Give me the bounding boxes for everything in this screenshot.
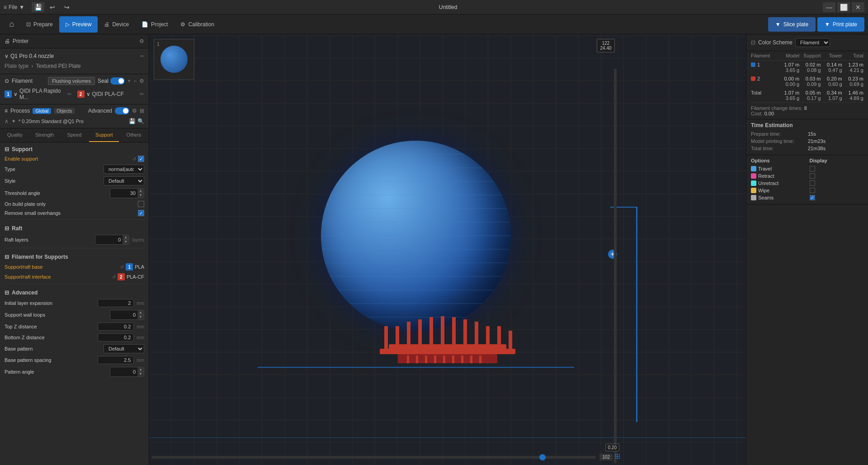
file-icon: ≡ [4,4,7,10]
calibration-button[interactable]: ⚙ Calibration [174,16,220,33]
process-settings-icon[interactable]: ⚙ [132,108,137,114]
support-wall-loops-label: Support wall loops [5,312,108,318]
filament-1-name[interactable]: QIDI PLA Rapido M... [19,88,66,100]
map-layers-icon[interactable]: ⊞ [614,452,620,460]
remove-filament-icon[interactable]: − [133,78,137,84]
filament-supports-title: ⊟ Filament for Supports [5,250,144,262]
enable-support-checkbox[interactable]: ✓ [138,156,144,162]
undo-button[interactable]: ↩ [46,2,59,12]
maximize-button[interactable]: ⬜ [837,2,850,12]
unretract-check[interactable] [810,180,815,186]
global-tag[interactable]: Global [33,108,51,114]
on-build-plate-checkbox[interactable] [138,201,144,207]
support-wall-down[interactable]: ▼ [137,315,144,319]
redo-button[interactable]: ↪ [61,2,73,12]
wipe-label: Wipe [758,188,805,193]
pattern-angle-input[interactable] [110,368,137,375]
enable-support-reset-icon[interactable]: ↺ [132,157,136,161]
slice-plate-button[interactable]: ▼ Slice plate [768,17,816,32]
seams-dot [751,195,756,200]
remove-overhangs-checkbox[interactable]: ✓ [138,210,144,216]
raft-layers-label: Raft layers [5,237,93,242]
base-pattern-select[interactable]: Default [104,344,144,353]
viewport-thumbnail[interactable]: 1 [154,39,194,80]
printer-edit-icon[interactable]: ✏ [140,53,144,59]
raft-down-arrow[interactable]: ▼ [123,240,129,244]
sphere-lines-svg [321,141,511,331]
type-select[interactable]: normal(auto) [104,165,144,174]
filament-2-name[interactable]: QIDI PLA-CF [92,91,138,97]
device-button[interactable]: 🖨 Device [98,16,135,33]
tab-others[interactable]: Others [119,128,149,142]
plate-type-value[interactable]: Textured PEI Plate [36,63,80,69]
add-filament-icon[interactable]: + [127,78,131,84]
raft-up-arrow[interactable]: ▲ [123,235,129,240]
raft-layers-input[interactable] [95,236,123,243]
preview-button[interactable]: ▷ Preview [59,16,98,33]
pattern-angle-wrap: ▲ ▼ [110,367,144,377]
printer-settings-icon[interactable]: ⚙ [139,38,144,44]
support-raft-base-reset-icon[interactable]: ↺ [120,265,124,270]
raft-layers-wrap: ▲ ▼ [95,235,129,245]
close-button[interactable]: ✕ [852,2,864,12]
color-scheme-select[interactable]: Filament [795,38,830,47]
viewport[interactable]: 1 [149,34,746,465]
tab-support[interactable]: Support [89,128,119,142]
horiz-slider-thumb[interactable] [539,454,546,460]
prepare-button[interactable]: ⊡ Prepare [20,16,59,33]
horiz-slider-track[interactable] [151,456,596,459]
tab-strength[interactable]: Strength [30,128,60,142]
home-button[interactable]: ⌂ [4,16,20,33]
search-profile-icon[interactable]: 🔍 [137,118,144,124]
settings-panel: ⊟ Support Enable support ↺ ✓ Type normal… [0,142,149,378]
table-total-row: Total 1.07 m 3.65 g 0.05 m 0.17 g 0.34 m… [751,89,863,103]
seams-check[interactable]: ✓ [810,195,815,200]
svg-rect-19 [418,319,422,349]
advanced-toggle[interactable] [115,107,129,114]
init-layer-exp-label: Initial layer expansion [5,300,96,306]
threshold-down-arrow[interactable]: ▼ [137,193,144,198]
support-wall-loops-input[interactable] [110,311,137,318]
raft-section-icon: ⊟ [5,225,9,232]
remove-overhangs-row: Remove small overhangs ✓ [5,209,144,218]
thumb-sphere [160,46,188,73]
minimize-button[interactable]: — [823,2,835,12]
support-section-title: ⊟ Support [5,142,144,154]
threshold-up-arrow[interactable]: ▲ [137,189,144,193]
filament-2-edit-icon[interactable]: ✏ [140,91,144,97]
objects-tag[interactable]: Objects [54,108,75,114]
total-total-g: 4.89 g [844,95,863,101]
threshold-input[interactable] [110,190,137,197]
tab-speed[interactable]: Speed [60,128,90,142]
pattern-angle-down[interactable]: ▼ [137,372,144,376]
option-wipe: Wipe [751,187,805,194]
retract-check[interactable] [810,173,815,179]
filament-1-edit-icon[interactable]: ✏ [67,91,72,97]
support-raft-iface-reset-icon[interactable]: ↺ [112,275,116,280]
process-compare-icon[interactable]: ⊞ [140,108,144,114]
profile-name[interactable]: * 0.20mm Standard @Q1 Pro [19,119,84,124]
base-pattern-spacing-input[interactable] [98,356,134,364]
save-profile-icon[interactable]: 💾 [129,118,136,124]
project-button[interactable]: 📄 Project [135,16,174,33]
seal-toggle-switch[interactable] [110,77,125,85]
flushing-volumes-button[interactable]: Flushing volumes [48,77,95,85]
init-layer-exp-input[interactable] [98,299,134,307]
top-z-input[interactable] [98,323,134,331]
pattern-angle-up[interactable]: ▲ [137,367,144,372]
print-plate-button[interactable]: ▼ Print plate [817,17,864,32]
style-select[interactable]: Default [104,176,144,185]
tab-quality[interactable]: Quality [0,128,30,142]
layer-slider-track[interactable] [614,69,617,463]
support-g-1: 0.08 g [801,67,821,73]
file-menu[interactable]: ≡ File ▼ [4,4,24,10]
travel-check[interactable] [810,166,815,171]
support-wall-up[interactable]: ▲ [137,310,144,315]
bottom-z-input[interactable] [98,333,134,342]
save-button[interactable]: 💾 [32,2,44,12]
printer-icon: 🖨 [5,38,10,44]
wipe-check[interactable] [810,188,815,193]
fil-num-1: 1 [757,62,760,67]
base-pattern-spacing-label: Base pattern spacing [5,357,96,363]
filament-settings-icon[interactable]: ⚙ [139,78,144,84]
